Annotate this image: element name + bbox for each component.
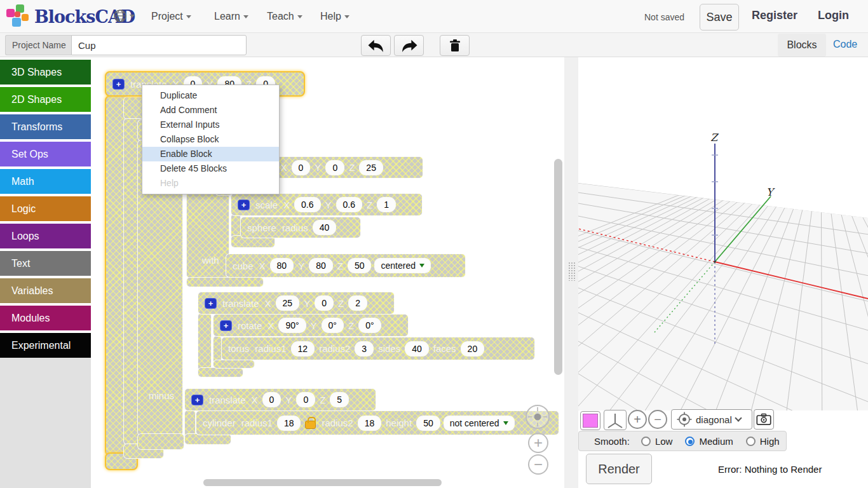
sidebar-category-variables[interactable]: Variables (0, 278, 91, 303)
block-label: scale (255, 200, 278, 210)
workspace-horizontal-scrollbar[interactable] (203, 479, 442, 486)
sidebar-category-text[interactable]: Text (0, 251, 91, 276)
sidebar-category-logic[interactable]: Logic (0, 196, 91, 221)
undo-button[interactable] (361, 35, 391, 56)
nav-menu-project[interactable]: Project (151, 0, 191, 33)
render-viewport[interactable]: ZY (578, 57, 868, 410)
sidebar-category-transforms[interactable]: Transforms (0, 114, 91, 139)
context-menu-item-external-inputs[interactable]: External Inputs (142, 118, 279, 132)
view-preset-control[interactable]: diagonal (671, 409, 752, 430)
viewport-zoom-out-button[interactable]: − (648, 410, 667, 429)
smooth-radio-medium[interactable]: Medium (685, 436, 733, 447)
context-menu-item-collapse-block[interactable]: Collapse Block (142, 132, 279, 147)
block-context-menu: DuplicateAdd CommentExternal InputsColla… (142, 85, 280, 194)
block-value-field[interactable]: 2 (349, 297, 366, 309)
block-container-strip[interactable] (198, 367, 243, 377)
block-value-field[interactable]: 0 (293, 161, 309, 174)
zoom-reset-control[interactable] (526, 405, 550, 429)
block-value-field[interactable]: 0° (323, 319, 342, 332)
toggle-axes-button[interactable] (604, 410, 627, 430)
block-value-field[interactable]: 3 (356, 342, 372, 355)
block-container-strip[interactable] (186, 277, 264, 287)
block-container-strip[interactable] (198, 313, 212, 371)
block-row[interactable]: cubeX80Y80Z50centered (226, 254, 466, 278)
block-value-field[interactable]: 1 (378, 198, 395, 211)
sidebar-category-loops[interactable]: Loops (0, 224, 91, 248)
block-expand-plus-button[interactable]: + (112, 79, 125, 90)
color-swatch-button[interactable] (580, 411, 600, 430)
block-value-field[interactable]: 80 (310, 259, 332, 272)
save-button[interactable]: Save (700, 4, 739, 30)
block-expand-plus-button[interactable]: + (205, 298, 217, 309)
block-dropdown-field[interactable]: centered (376, 259, 429, 272)
sidebar-category-set-ops[interactable]: Set Ops (0, 142, 91, 166)
context-menu-item-add-comment[interactable]: Add Comment (142, 103, 279, 118)
block-value-field[interactable]: 0 (264, 393, 280, 406)
block-value-field[interactable]: 5 (331, 393, 348, 406)
block-value-field[interactable]: 90° (280, 319, 304, 332)
delete-all-button[interactable] (440, 35, 470, 56)
block-container-strip[interactable] (213, 360, 255, 369)
context-menu-item-duplicate[interactable]: Duplicate (142, 88, 279, 103)
block-value-field[interactable]: 0.6 (295, 198, 319, 211)
panel-splitter[interactable] (564, 57, 578, 488)
block-value-field[interactable]: 50 (417, 417, 439, 430)
block-expand-plus-button[interactable]: + (220, 320, 232, 331)
sidebar-category-modules[interactable]: Modules (0, 306, 91, 330)
context-menu-item-enable-block[interactable]: Enable Block (142, 147, 279, 161)
block-row[interactable]: torusradius112radius23sides40faces20 (221, 337, 535, 360)
sidebar-category-2d-shapes[interactable]: 2D Shapes (0, 87, 91, 112)
tab-code[interactable]: Code (833, 39, 857, 50)
register-link[interactable]: Register (752, 9, 797, 22)
lock-icon[interactable] (305, 421, 316, 429)
zoom-in-control[interactable]: + (528, 433, 548, 453)
sidebar-category-3d-shapes[interactable]: 3D Shapes (0, 60, 91, 85)
nav-menu-learn[interactable]: Learn (214, 0, 248, 33)
screenshot-button[interactable] (754, 409, 774, 430)
block-dropdown-field[interactable]: not centered (445, 417, 513, 430)
nav-menu-help[interactable]: Help (320, 0, 349, 33)
workspace-vertical-scrollbar[interactable] (554, 159, 562, 375)
blocks-workspace[interactable]: +translateX0Y80Z0+translateX0Y0Z25+scale… (91, 57, 564, 488)
block-row[interactable]: sphereradius40 (240, 217, 361, 238)
block-expand-plus-button[interactable]: + (191, 395, 203, 405)
block-value-field[interactable]: 18 (359, 417, 381, 430)
block-expand-plus-button[interactable]: + (238, 200, 250, 210)
block-value-field[interactable]: 25 (277, 297, 299, 309)
block-value-field[interactable]: 80 (271, 259, 293, 272)
smooth-radio-high[interactable]: High (746, 436, 780, 447)
block-value-field[interactable]: 0 (297, 393, 314, 406)
chevron-down-icon (344, 15, 349, 18)
block-row[interactable]: +translateX25Y0Z2 (198, 292, 395, 315)
block-value-field[interactable]: 0 (327, 161, 343, 174)
block-value-field[interactable]: 50 (349, 259, 370, 272)
block-label: torus (228, 343, 249, 354)
tab-blocks[interactable]: Blocks (778, 34, 826, 57)
project-name-input[interactable] (71, 35, 247, 55)
language-globe-menu[interactable] (113, 9, 135, 23)
smooth-radio-low[interactable]: Low (641, 436, 673, 447)
block-row[interactable]: +rotateX90°Y0°Z0° (213, 314, 409, 337)
block-value-field[interactable]: 0.6 (337, 198, 361, 211)
block-value-field[interactable]: 25 (360, 161, 382, 174)
nav-menu-teach[interactable]: Teach (267, 0, 302, 33)
context-menu-item-delete-45-blocks[interactable]: Delete 45 Blocks (142, 161, 279, 176)
block-container-strip[interactable] (137, 433, 184, 450)
render-button[interactable]: Render (586, 454, 652, 484)
block-value-field[interactable]: 0 (316, 297, 332, 309)
block-value-field[interactable]: 0° (360, 319, 379, 332)
block-value-field[interactable]: 40 (406, 342, 428, 355)
redo-button[interactable] (394, 35, 424, 56)
sidebar-category-experimental[interactable]: Experimental (0, 333, 91, 358)
block-value-field[interactable]: 40 (314, 221, 336, 234)
block-value-field[interactable]: 18 (278, 417, 300, 430)
block-value-field[interactable]: 20 (462, 342, 484, 355)
block-row[interactable]: +translateX0Y0Z5 (184, 388, 376, 411)
block-row[interactable]: +scaleX0.6Y0.6Z1 (231, 193, 423, 216)
login-link[interactable]: Login (818, 9, 849, 22)
sidebar-category-math[interactable]: Math (0, 169, 91, 194)
zoom-out-control[interactable]: − (528, 454, 548, 475)
viewport-zoom-in-button[interactable]: + (628, 410, 647, 429)
block-row[interactable]: cylinderradius118radius218height50not ce… (196, 410, 559, 435)
block-value-field[interactable]: 12 (292, 342, 314, 355)
